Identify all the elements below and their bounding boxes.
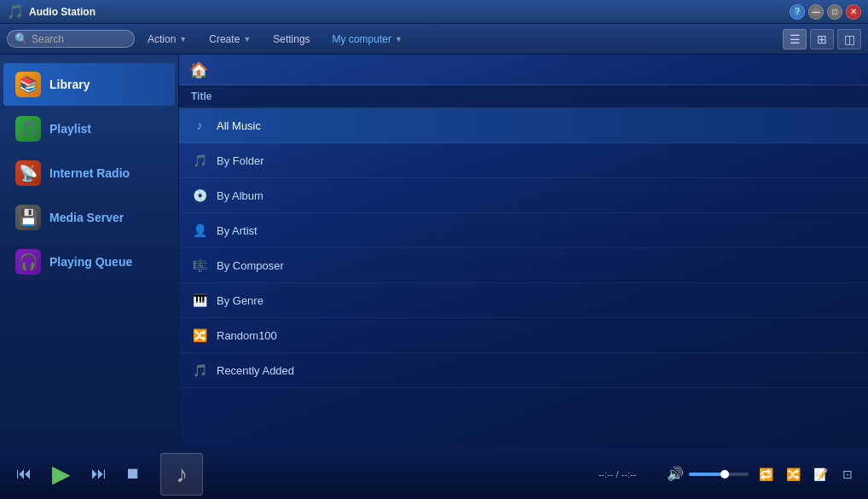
by-album-icon: 💿 bbox=[191, 187, 208, 204]
table-row[interactable]: 🎵 By Folder bbox=[179, 143, 868, 178]
all-music-label: All Music bbox=[217, 119, 261, 132]
my-computer-label: My computer bbox=[333, 33, 391, 45]
recently-added-icon: 🎵 bbox=[191, 362, 208, 379]
sidebar-item-library[interactable]: 📚 Library bbox=[3, 63, 175, 106]
action-arrow-icon: ▼ bbox=[179, 35, 187, 44]
library-icon: 📚 bbox=[15, 72, 41, 97]
by-composer-icon: 🎼 bbox=[191, 257, 208, 274]
lyrics-button[interactable]: 📝 bbox=[810, 464, 830, 484]
table-row[interactable]: 🔀 Random100 bbox=[179, 318, 868, 353]
music-note-icon: ♪ bbox=[176, 461, 188, 488]
action-menu-button[interactable]: Action ▼ bbox=[138, 29, 196, 49]
table-row[interactable]: 💿 By Album bbox=[179, 178, 868, 213]
settings-button[interactable]: Settings bbox=[263, 29, 319, 49]
search-box[interactable]: 🔍 bbox=[7, 30, 135, 48]
by-genre-label: By Genre bbox=[217, 294, 263, 307]
content-table: Title ♪ All Music 🎵 By Folder 💿 By Album… bbox=[179, 85, 868, 448]
title-controls: ? — □ ✕ bbox=[790, 4, 861, 20]
table-row[interactable]: ♪ All Music bbox=[179, 108, 868, 143]
search-icon: 🔍 bbox=[14, 32, 28, 45]
search-input[interactable] bbox=[32, 33, 125, 45]
sidebar-playlist-label: Playlist bbox=[49, 122, 91, 136]
now-playing-artwork: ♪ bbox=[160, 453, 203, 496]
volume-fill bbox=[689, 473, 722, 476]
player-bar: ⏮ ▶ ⏭ ⏹ ♪ --:-- / --:-- 🔊 🔁 🔀 📝 ⊡ bbox=[0, 448, 868, 499]
queue-icon: 🎧 bbox=[15, 249, 41, 275]
detail-view-icon: ◫ bbox=[844, 32, 855, 46]
sidebar-radio-label: Internet Radio bbox=[49, 166, 130, 180]
column-title-header: Title bbox=[179, 85, 868, 108]
by-album-label: By Album bbox=[217, 189, 263, 202]
sidebar: 📚 Library 🎵 Playlist 📡 Internet Radio 💾 … bbox=[0, 55, 179, 448]
stop-button[interactable]: ⏹ bbox=[119, 461, 147, 488]
grid-view-icon: ⊞ bbox=[817, 32, 827, 46]
prev-button[interactable]: ⏮ bbox=[10, 461, 38, 488]
sidebar-queue-label: Playing Queue bbox=[49, 255, 132, 269]
list-view-button[interactable]: ☰ bbox=[783, 29, 807, 49]
by-folder-label: By Folder bbox=[217, 154, 264, 167]
table-row[interactable]: 🎵 Recently Added bbox=[179, 353, 868, 388]
volume-slider[interactable] bbox=[689, 473, 749, 476]
settings-label: Settings bbox=[273, 33, 310, 45]
miniplayer-button[interactable]: ⊡ bbox=[837, 464, 858, 484]
app-title: Audio Station bbox=[29, 6, 95, 18]
by-artist-icon: 👤 bbox=[191, 222, 208, 239]
sidebar-item-internet-radio[interactable]: 📡 Internet Radio bbox=[3, 152, 175, 194]
title-bar: 🎵 Audio Station ? — □ ✕ bbox=[0, 0, 868, 24]
by-genre-icon: 🎹 bbox=[191, 292, 208, 309]
my-computer-menu-button[interactable]: My computer ▼ bbox=[323, 29, 412, 49]
create-menu-button[interactable]: Create ▼ bbox=[200, 29, 260, 49]
sidebar-item-playing-queue[interactable]: 🎧 Playing Queue bbox=[3, 241, 175, 283]
time-display: --:-- / --:-- bbox=[575, 469, 660, 479]
radio-icon: 📡 bbox=[15, 160, 41, 186]
all-music-icon: ♪ bbox=[191, 117, 208, 134]
content-header: 🏠 bbox=[179, 55, 868, 85]
volume-icon: 🔊 bbox=[667, 466, 684, 482]
app-icon: 🎵 bbox=[7, 3, 24, 20]
minimize-button[interactable]: — bbox=[808, 4, 824, 20]
sidebar-library-label: Library bbox=[49, 78, 90, 91]
recently-added-label: Recently Added bbox=[217, 364, 294, 377]
action-label: Action bbox=[148, 33, 176, 45]
content-area: 🏠 Title ♪ All Music 🎵 By Folder 💿 By Alb… bbox=[179, 55, 868, 448]
create-label: Create bbox=[209, 33, 240, 45]
by-composer-label: By Composer bbox=[217, 259, 284, 272]
by-artist-label: By Artist bbox=[217, 224, 258, 237]
volume-knob[interactable] bbox=[720, 470, 729, 479]
play-button[interactable]: ▶ bbox=[44, 457, 78, 491]
sidebar-item-media-server[interactable]: 💾 Media Server bbox=[3, 196, 175, 239]
title-column-label: Title bbox=[191, 90, 211, 102]
sidebar-media-label: Media Server bbox=[49, 211, 124, 224]
detail-view-button[interactable]: ◫ bbox=[837, 29, 861, 49]
table-row[interactable]: 🎼 By Composer bbox=[179, 248, 868, 283]
next-button[interactable]: ⏭ bbox=[85, 461, 113, 488]
toolbar-right: ☰ ⊞ ◫ bbox=[783, 29, 861, 49]
table-row[interactable]: 👤 By Artist bbox=[179, 213, 868, 248]
main-layout: 📚 Library 🎵 Playlist 📡 Internet Radio 💾 … bbox=[0, 55, 868, 448]
repeat-button[interactable]: 🔁 bbox=[755, 464, 776, 484]
random100-icon: 🔀 bbox=[191, 327, 208, 344]
media-server-icon: 💾 bbox=[15, 205, 41, 230]
random100-label: Random100 bbox=[217, 329, 277, 342]
title-left: 🎵 Audio Station bbox=[7, 3, 95, 20]
toolbar: 🔍 Action ▼ Create ▼ Settings My computer… bbox=[0, 24, 868, 55]
create-arrow-icon: ▼ bbox=[243, 35, 251, 44]
close-button[interactable]: ✕ bbox=[846, 4, 861, 20]
list-view-icon: ☰ bbox=[790, 32, 801, 46]
by-folder-icon: 🎵 bbox=[191, 152, 208, 169]
home-icon[interactable]: 🏠 bbox=[189, 61, 208, 79]
my-computer-arrow-icon: ▼ bbox=[395, 35, 402, 44]
table-row[interactable]: 🎹 By Genre bbox=[179, 283, 868, 318]
sidebar-item-playlist[interactable]: 🎵 Playlist bbox=[3, 107, 175, 150]
grid-view-button[interactable]: ⊞ bbox=[810, 29, 834, 49]
help-button[interactable]: ? bbox=[790, 4, 805, 20]
maximize-button[interactable]: □ bbox=[827, 4, 842, 20]
playlist-icon: 🎵 bbox=[15, 116, 41, 142]
shuffle-button[interactable]: 🔀 bbox=[783, 464, 803, 484]
volume-control: 🔊 bbox=[667, 466, 749, 482]
